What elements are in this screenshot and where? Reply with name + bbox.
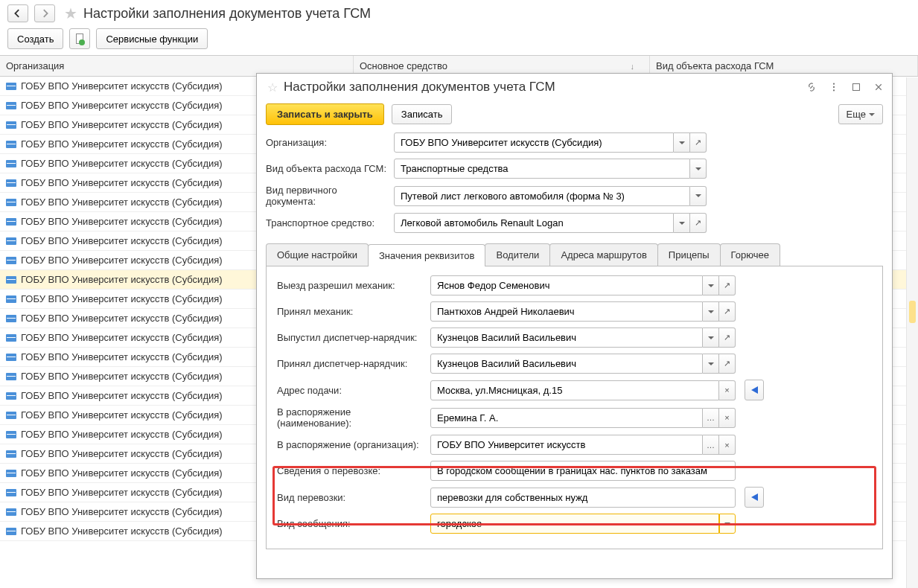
row-icon	[6, 295, 16, 303]
disposal-name-input[interactable]	[430, 408, 703, 428]
form-header-fields: Организация: ↗ Вид объекта расхода ГСМ: …	[257, 132, 892, 239]
chevron-down-icon	[695, 194, 701, 197]
row-icon	[6, 315, 16, 322]
dropdown-button[interactable]	[703, 327, 719, 348]
chevron-down-icon	[679, 141, 685, 144]
sort-arrow-icon: ↓	[631, 62, 635, 71]
transport-kind-input[interactable]	[430, 488, 736, 508]
row-icon	[6, 392, 16, 400]
comm-kind-label: Вид сообщения:	[277, 518, 424, 529]
disposal-org-input[interactable]	[430, 435, 703, 455]
open-button[interactable]: ↗	[719, 327, 736, 348]
row-icon	[6, 412, 16, 419]
select-button[interactable]: …	[703, 408, 719, 428]
vertical-scrollbar[interactable]	[906, 77, 918, 588]
maximize-icon[interactable]	[850, 81, 862, 93]
row-icon	[6, 489, 16, 496]
chevron-down-icon	[708, 336, 714, 339]
row-icon	[6, 121, 16, 129]
row-icon	[6, 141, 16, 148]
favorite-star-icon[interactable]: ★	[64, 4, 77, 22]
open-button[interactable]: ↗	[719, 354, 736, 374]
page-title: Настройки заполнения документов учета ГС…	[83, 6, 371, 22]
depart-input[interactable]	[430, 275, 703, 295]
kebab-menu-icon[interactable]	[828, 81, 840, 93]
row-icon	[6, 218, 16, 226]
open-button[interactable]: ↗	[719, 275, 736, 295]
favorite-star-icon[interactable]: ☆	[267, 80, 278, 95]
dispatch-in-input[interactable]	[430, 354, 703, 374]
chevron-down-icon	[869, 113, 875, 116]
close-icon[interactable]	[873, 81, 884, 93]
more-button[interactable]: Еще	[838, 104, 883, 124]
row-icon	[6, 257, 16, 264]
comm-kind-input[interactable]	[430, 514, 719, 534]
arrow-left-blue-icon	[751, 493, 758, 501]
open-button[interactable]: ↗	[690, 213, 707, 233]
doc-input[interactable]	[394, 186, 690, 206]
tab-trailers[interactable]: Прицепы	[657, 243, 721, 266]
arrow-left-icon	[13, 9, 22, 18]
service-functions-button[interactable]: Сервисные функции	[96, 28, 208, 49]
row-icon	[6, 179, 16, 187]
chevron-down-icon	[724, 523, 730, 525]
open-button[interactable]: ↗	[690, 132, 707, 153]
doc-label: Вид первичного документа:	[266, 185, 388, 207]
write-button[interactable]: Записать	[392, 104, 453, 124]
org-input[interactable]	[394, 132, 674, 153]
clear-button[interactable]: ×	[719, 435, 736, 455]
transport-info-input[interactable]	[430, 461, 736, 481]
dialog-title: Настройки заполнения документов учета ГС…	[284, 80, 800, 95]
row-icon	[6, 83, 16, 90]
chevron-down-icon	[708, 362, 714, 365]
type-input[interactable]	[394, 159, 690, 179]
address-input[interactable]	[430, 380, 719, 400]
dialog-toolbar: Записать и закрыть Записать Еще	[257, 100, 892, 132]
dropdown-button[interactable]	[703, 275, 719, 295]
svg-point-2	[833, 89, 835, 91]
clear-button[interactable]: ×	[719, 408, 736, 428]
svg-rect-3	[853, 84, 860, 91]
nav-back-button[interactable]	[7, 4, 28, 22]
clear-button[interactable]: ×	[719, 380, 736, 400]
dropdown-button[interactable]	[690, 186, 707, 206]
create-button[interactable]: Создать	[7, 28, 63, 49]
row-icon	[6, 334, 16, 342]
chevron-down-icon	[695, 167, 701, 170]
row-icon	[6, 470, 16, 477]
tab-drivers[interactable]: Водители	[485, 243, 550, 266]
tab-content-values: Выезд разрешил механик: ↗ Принял механик…	[266, 266, 883, 549]
dispatch-out-input[interactable]	[430, 327, 703, 348]
disposal-org-label: В распоряжение (организация):	[277, 439, 424, 450]
row-icon	[6, 450, 16, 458]
dropdown-button[interactable]	[703, 354, 719, 374]
row-icon	[6, 237, 16, 245]
chevron-down-icon	[708, 284, 714, 287]
refresh-button[interactable]	[69, 28, 90, 49]
copy-button[interactable]	[745, 380, 764, 400]
dialog-titlebar: ☆ Настройки заполнения документов учета …	[257, 74, 892, 100]
dialog-window-controls	[806, 81, 884, 93]
dropdown-button[interactable]	[690, 159, 707, 179]
nav-forward-button[interactable]	[34, 4, 55, 22]
write-and-close-button[interactable]: Записать и закрыть	[266, 103, 384, 125]
dropdown-button[interactable]	[719, 514, 736, 534]
document-refresh-icon	[76, 33, 83, 44]
depart-label: Выезд разрешил механик:	[277, 280, 424, 291]
row-icon	[6, 528, 16, 535]
copy-button[interactable]	[745, 487, 764, 508]
tab-general[interactable]: Общие настройки	[266, 243, 369, 266]
dropdown-button[interactable]	[674, 132, 690, 153]
tab-routes[interactable]: Адреса маршрутов	[549, 243, 657, 266]
select-button[interactable]: …	[703, 435, 719, 455]
address-label: Адрес подачи:	[277, 385, 424, 396]
dropdown-button[interactable]	[703, 301, 719, 322]
tab-fuel[interactable]: Горючее	[720, 243, 780, 266]
accept-input[interactable]	[430, 301, 703, 322]
dropdown-button[interactable]	[674, 213, 690, 233]
tab-values[interactable]: Значения реквизитов	[368, 244, 486, 266]
link-icon[interactable]	[806, 81, 817, 93]
row-icon	[6, 508, 16, 516]
open-button[interactable]: ↗	[719, 301, 736, 322]
vehicle-input[interactable]	[394, 213, 674, 233]
